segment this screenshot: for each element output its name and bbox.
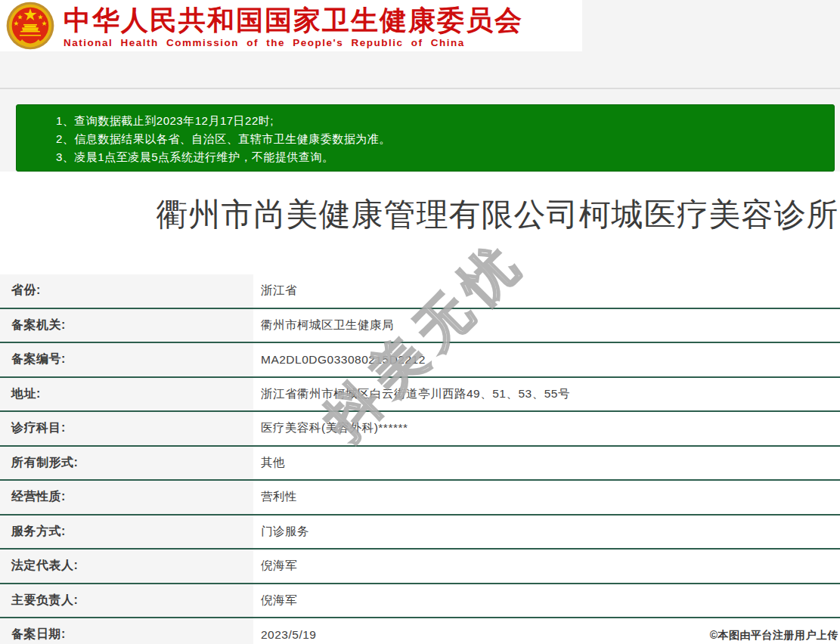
field-value: 门诊服务	[253, 516, 840, 549]
field-label: 法定代表人:	[0, 550, 253, 583]
field-label: 地址:	[0, 378, 253, 411]
field-value: 衢州市柯城区卫生健康局	[253, 309, 840, 342]
field-label: 备案机关:	[0, 309, 253, 342]
field-value: 倪海军	[253, 550, 840, 583]
page: 中华人民共和国国家卫生健康委员会 National Health Commiss…	[0, 0, 840, 644]
table-row-province: 省份: 浙江省	[0, 274, 840, 309]
notice-box: 1、查询数据截止到2023年12月17日22时; 2、信息数据结果以各省、自治区…	[16, 104, 835, 172]
field-value: 医疗美容科(美容外科)******	[253, 412, 840, 445]
field-label: 省份:	[0, 274, 253, 308]
field-value: MA2DL0DG033080215D2212	[253, 343, 840, 376]
site-title-chinese: 中华人民共和国国家卫生健康委员会	[64, 5, 523, 36]
field-label: 主要负责人:	[0, 584, 253, 618]
field-value: 浙江省	[253, 274, 840, 308]
site-header-banner: 中华人民共和国国家卫生健康委员会 National Health Commiss…	[0, 0, 582, 51]
table-row-ownership-form: 所有制形式: 其他	[0, 447, 840, 481]
field-label: 诊疗科目:	[0, 412, 253, 445]
field-value: 浙江省衢州市柯城区白云街道亭川西路49、51、53、55号	[253, 378, 840, 411]
top-area: 中华人民共和国国家卫生健康委员会 National Health Commiss…	[0, 0, 840, 172]
table-row-filing-authority: 备案机关: 衢州市柯城区卫生健康局	[0, 309, 840, 344]
table-row-main-person-in-charge: 主要负责人: 倪海军	[0, 584, 840, 619]
field-value: 营利性	[253, 481, 840, 514]
field-label: 所有制形式:	[0, 447, 253, 480]
field-label: 备案日期:	[0, 618, 253, 644]
notice-line-1: 1、查询数据截止到2023年12月17日22时;	[56, 112, 834, 130]
institution-name-title: 衢州市尚美健康管理有限公司柯城医疗美容诊所	[0, 191, 840, 238]
table-row-medical-subjects: 诊疗科目: 医疗美容科(美容外科)******	[0, 412, 840, 447]
table-row-service-mode: 服务方式: 门诊服务	[0, 516, 840, 550]
china-national-emblem-icon	[6, 1, 54, 51]
site-title-english: National Health Commission of the People…	[64, 37, 523, 48]
notice-line-2: 2、信息数据结果以各省、自治区、直辖市卫生健康委数据为准。	[56, 130, 834, 148]
field-label: 服务方式:	[0, 516, 253, 549]
field-value: 其他	[253, 447, 840, 480]
table-row-business-nature: 经营性质: 营利性	[0, 481, 840, 516]
copyright-watermark: ©本图由平台注册用户上传	[710, 629, 838, 642]
table-row-filing-number: 备案编号: MA2DL0DG033080215D2212	[0, 343, 840, 378]
notice-line-3: 3、凌晨1点至凌晨5点系统进行维护，不能提供查询。	[56, 148, 834, 166]
field-value: 倪海军	[253, 584, 840, 618]
table-row-legal-representative: 法定代表人: 倪海军	[0, 550, 840, 584]
registration-info-table: 省份: 浙江省 备案机关: 衢州市柯城区卫生健康局 备案编号: MA2DL0DG…	[0, 274, 840, 644]
header-divider	[0, 88, 840, 89]
table-row-address: 地址: 浙江省衢州市柯城区白云街道亭川西路49、51、53、55号	[0, 378, 840, 413]
header-titles: 中华人民共和国国家卫生健康委员会 National Health Commiss…	[64, 5, 523, 48]
field-label: 备案编号:	[0, 343, 253, 376]
field-label: 经营性质:	[0, 481, 253, 514]
